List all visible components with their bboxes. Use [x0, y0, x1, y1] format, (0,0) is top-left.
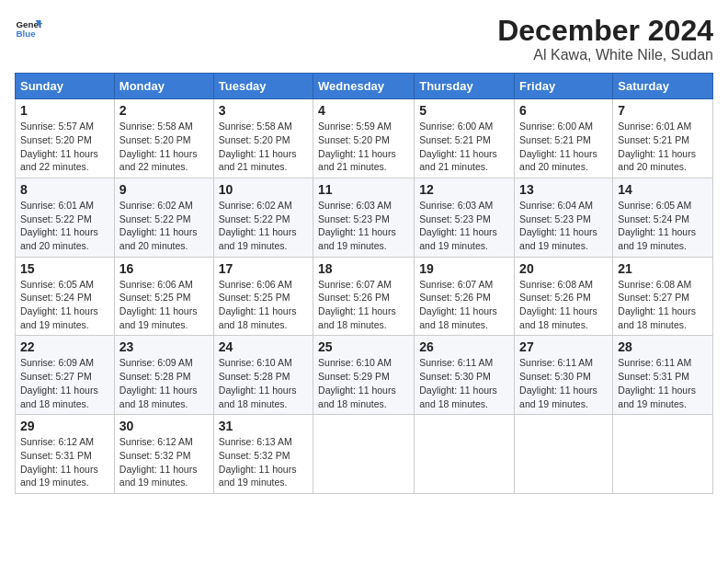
day-cell-10: 10Sunrise: 6:02 AM Sunset: 5:22 PM Dayli… [213, 178, 313, 257]
day-info: Sunrise: 6:05 AM Sunset: 5:24 PM Dayligh… [618, 199, 708, 253]
day-cell-12: 12Sunrise: 6:03 AM Sunset: 5:23 PM Dayli… [415, 178, 515, 257]
day-cell-22: 22Sunrise: 6:09 AM Sunset: 5:27 PM Dayli… [16, 336, 115, 415]
weekday-header-saturday: Saturday [613, 74, 713, 99]
day-cell-27: 27Sunrise: 6:11 AM Sunset: 5:30 PM Dayli… [515, 336, 613, 415]
weekday-header-friday: Friday [515, 74, 613, 99]
day-info: Sunrise: 6:08 AM Sunset: 5:26 PM Dayligh… [519, 278, 608, 332]
day-info: Sunrise: 6:01 AM Sunset: 5:21 PM Dayligh… [618, 120, 708, 174]
day-cell-30: 30Sunrise: 6:12 AM Sunset: 5:32 PM Dayli… [114, 415, 213, 494]
day-cell-5: 5Sunrise: 6:00 AM Sunset: 5:21 PM Daylig… [415, 99, 515, 178]
day-number: 16 [119, 261, 209, 276]
day-number: 11 [318, 182, 409, 197]
calendar-table: SundayMondayTuesdayWednesdayThursdayFrid… [15, 73, 713, 494]
day-info: Sunrise: 6:10 AM Sunset: 5:28 PM Dayligh… [219, 356, 308, 410]
day-number: 15 [20, 261, 109, 276]
day-info: Sunrise: 6:07 AM Sunset: 5:26 PM Dayligh… [318, 278, 409, 332]
day-number: 30 [119, 419, 209, 433]
logo: General Blue [15, 15, 42, 42]
day-number: 20 [519, 261, 608, 276]
day-cell-9: 9Sunrise: 6:02 AM Sunset: 5:22 PM Daylig… [114, 178, 213, 257]
day-number: 7 [618, 103, 708, 118]
day-info: Sunrise: 6:06 AM Sunset: 5:25 PM Dayligh… [119, 278, 209, 332]
day-cell-6: 6Sunrise: 6:00 AM Sunset: 5:21 PM Daylig… [515, 99, 613, 178]
day-number: 22 [20, 339, 109, 354]
weekday-header-row: SundayMondayTuesdayWednesdayThursdayFrid… [16, 74, 713, 99]
day-cell-11: 11Sunrise: 6:03 AM Sunset: 5:23 PM Dayli… [313, 178, 415, 257]
day-number: 26 [419, 339, 509, 354]
day-info: Sunrise: 6:00 AM Sunset: 5:21 PM Dayligh… [519, 120, 608, 174]
day-cell-19: 19Sunrise: 6:07 AM Sunset: 5:26 PM Dayli… [415, 257, 515, 336]
week-row-1: 1Sunrise: 5:57 AM Sunset: 5:20 PM Daylig… [16, 99, 713, 178]
day-number: 25 [318, 339, 409, 354]
weekday-header-wednesday: Wednesday [313, 74, 415, 99]
day-number: 3 [219, 103, 308, 118]
day-number: 14 [618, 182, 708, 197]
day-number: 27 [519, 339, 608, 354]
day-info: Sunrise: 5:57 AM Sunset: 5:20 PM Dayligh… [20, 120, 109, 174]
day-info: Sunrise: 6:09 AM Sunset: 5:28 PM Dayligh… [119, 356, 209, 410]
title-block: December 2024 Al Kawa, White Nile, Sudan [497, 15, 713, 63]
svg-text:Blue: Blue [17, 29, 37, 39]
day-number: 29 [20, 419, 109, 433]
day-cell-21: 21Sunrise: 6:08 AM Sunset: 5:27 PM Dayli… [613, 257, 713, 336]
day-number: 17 [219, 261, 308, 276]
weekday-header-tuesday: Tuesday [213, 74, 313, 99]
month-title: December 2024 [497, 15, 713, 47]
day-cell-31: 31Sunrise: 6:13 AM Sunset: 5:32 PM Dayli… [213, 415, 313, 494]
day-cell-25: 25Sunrise: 6:10 AM Sunset: 5:29 PM Dayli… [313, 336, 415, 415]
day-cell-3: 3Sunrise: 5:58 AM Sunset: 5:20 PM Daylig… [213, 99, 313, 178]
day-info: Sunrise: 5:58 AM Sunset: 5:20 PM Dayligh… [219, 120, 308, 174]
day-info: Sunrise: 6:03 AM Sunset: 5:23 PM Dayligh… [318, 199, 409, 253]
day-info: Sunrise: 6:10 AM Sunset: 5:29 PM Dayligh… [318, 356, 409, 410]
day-cell-1: 1Sunrise: 5:57 AM Sunset: 5:20 PM Daylig… [16, 99, 115, 178]
day-cell-8: 8Sunrise: 6:01 AM Sunset: 5:22 PM Daylig… [16, 178, 115, 257]
day-number: 5 [419, 103, 509, 118]
day-info: Sunrise: 6:01 AM Sunset: 5:22 PM Dayligh… [20, 199, 109, 253]
day-info: Sunrise: 6:00 AM Sunset: 5:21 PM Dayligh… [419, 120, 509, 174]
day-number: 23 [119, 339, 209, 354]
location-title: Al Kawa, White Nile, Sudan [497, 47, 713, 63]
day-info: Sunrise: 6:02 AM Sunset: 5:22 PM Dayligh… [119, 199, 209, 253]
day-number: 28 [618, 339, 708, 354]
day-number: 4 [318, 103, 409, 118]
day-cell-20: 20Sunrise: 6:08 AM Sunset: 5:26 PM Dayli… [515, 257, 613, 336]
day-cell-16: 16Sunrise: 6:06 AM Sunset: 5:25 PM Dayli… [114, 257, 213, 336]
empty-cell [613, 415, 713, 494]
weekday-header-sunday: Sunday [16, 74, 115, 99]
day-number: 18 [318, 261, 409, 276]
day-cell-4: 4Sunrise: 5:59 AM Sunset: 5:20 PM Daylig… [313, 99, 415, 178]
page-header: General Blue December 2024 Al Kawa, Whit… [15, 15, 713, 63]
day-number: 12 [419, 182, 509, 197]
day-cell-23: 23Sunrise: 6:09 AM Sunset: 5:28 PM Dayli… [114, 336, 213, 415]
day-cell-2: 2Sunrise: 5:58 AM Sunset: 5:20 PM Daylig… [114, 99, 213, 178]
day-cell-13: 13Sunrise: 6:04 AM Sunset: 5:23 PM Dayli… [515, 178, 613, 257]
week-row-4: 22Sunrise: 6:09 AM Sunset: 5:27 PM Dayli… [16, 336, 713, 415]
day-number: 24 [219, 339, 308, 354]
day-number: 21 [618, 261, 708, 276]
logo-icon: General Blue [15, 15, 42, 42]
day-cell-15: 15Sunrise: 6:05 AM Sunset: 5:24 PM Dayli… [16, 257, 115, 336]
day-number: 2 [119, 103, 209, 118]
day-number: 9 [119, 182, 209, 197]
day-cell-18: 18Sunrise: 6:07 AM Sunset: 5:26 PM Dayli… [313, 257, 415, 336]
day-info: Sunrise: 6:03 AM Sunset: 5:23 PM Dayligh… [419, 199, 509, 253]
day-info: Sunrise: 6:12 AM Sunset: 5:32 PM Dayligh… [119, 435, 209, 489]
weekday-header-monday: Monday [114, 74, 213, 99]
day-info: Sunrise: 5:58 AM Sunset: 5:20 PM Dayligh… [119, 120, 209, 174]
day-cell-29: 29Sunrise: 6:12 AM Sunset: 5:31 PM Dayli… [16, 415, 115, 494]
empty-cell [313, 415, 415, 494]
day-cell-17: 17Sunrise: 6:06 AM Sunset: 5:25 PM Dayli… [213, 257, 313, 336]
day-info: Sunrise: 6:09 AM Sunset: 5:27 PM Dayligh… [20, 356, 109, 410]
day-info: Sunrise: 6:11 AM Sunset: 5:31 PM Dayligh… [618, 356, 708, 410]
day-number: 19 [419, 261, 509, 276]
day-number: 13 [519, 182, 608, 197]
day-info: Sunrise: 6:04 AM Sunset: 5:23 PM Dayligh… [519, 199, 608, 253]
day-number: 6 [519, 103, 608, 118]
day-info: Sunrise: 6:02 AM Sunset: 5:22 PM Dayligh… [219, 199, 308, 253]
week-row-2: 8Sunrise: 6:01 AM Sunset: 5:22 PM Daylig… [16, 178, 713, 257]
empty-cell [515, 415, 613, 494]
day-info: Sunrise: 6:12 AM Sunset: 5:31 PM Dayligh… [20, 435, 109, 489]
day-info: Sunrise: 6:07 AM Sunset: 5:26 PM Dayligh… [419, 278, 509, 332]
empty-cell [415, 415, 515, 494]
day-info: Sunrise: 6:11 AM Sunset: 5:30 PM Dayligh… [519, 356, 608, 410]
